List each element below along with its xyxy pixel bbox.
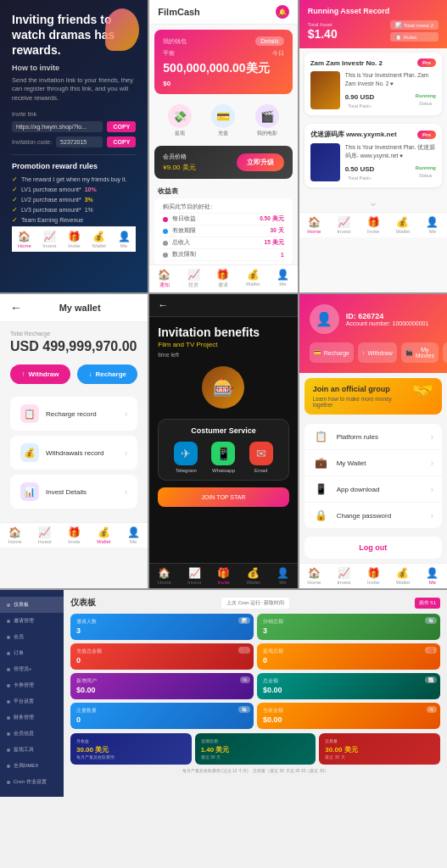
buy-label-3: 总收入: [172, 239, 190, 247]
admin-dashboard-title: 仪表板: [70, 597, 96, 609]
how-to-invite: How to invite: [12, 64, 136, 72]
join-official-group-box[interactable]: 🤝 Join an official group Learn how to ma…: [305, 378, 442, 415]
nav6-me[interactable]: 👤 Me: [426, 567, 439, 585]
withdrawals-record-item[interactable]: 💰 Withdrawals record ›: [10, 436, 137, 470]
nav2-home[interactable]: 🏠 通知: [158, 269, 170, 289]
recharge-action-btn[interactable]: 💳 Recharge: [310, 342, 354, 363]
details-button[interactable]: Details: [255, 36, 283, 46]
telegram-service[interactable]: ✈ Telegram: [174, 442, 198, 473]
total-invest-button[interactable]: 📊 Total invest 2: [390, 20, 439, 30]
email-service[interactable]: ✉ Email: [249, 442, 273, 473]
wallet-icon-2: 💰: [247, 269, 260, 281]
invest-icon-3: 📈: [338, 216, 350, 228]
sidebar-platform[interactable]: 平台设置: [0, 693, 64, 709]
sidebar-order[interactable]: 订单: [0, 645, 64, 661]
nav-invite[interactable]: 🎁 Invite: [68, 231, 81, 248]
back-button[interactable]: ←: [10, 301, 22, 314]
sidebar-cron[interactable]: Cron 作业设置: [0, 774, 64, 790]
benefits-back-button[interactable]: ←: [158, 299, 168, 311]
sidebar-dmex[interactable]: 全局DMEX: [0, 758, 64, 774]
nav3-home[interactable]: 🏠 Home: [307, 216, 321, 234]
sidebar-withdraw-tool[interactable]: 提现工具: [0, 742, 64, 758]
wallet-icon-4: 💰: [98, 526, 110, 538]
support-action-btn[interactable]: 💬 Support: [443, 342, 447, 363]
nav2-invite[interactable]: 🎁 邀请: [216, 269, 229, 289]
change-password-item[interactable]: 🔒 Change password ›: [305, 503, 442, 528]
nav3-invite[interactable]: 🎁 Invite: [367, 216, 380, 234]
nav4-home[interactable]: 🏠 Home: [8, 526, 22, 544]
upgrade-button[interactable]: 立即升级: [237, 153, 284, 171]
sidebar-member-info[interactable]: 会员信息: [0, 726, 64, 742]
my-wallet-menu-item[interactable]: 💼 My Wallet ›: [305, 450, 442, 476]
card-withdraw-total: 提现总额 0 🚫: [257, 643, 440, 670]
my-movies-action-btn[interactable]: 🎬 My Movies: [401, 342, 439, 363]
arrow-icon-1: ›: [125, 409, 127, 419]
admin-dashboard-panel: 仪表板 邀请管理 会员 订单 管理员+ 卡券管理 平台设置 财务管理: [0, 590, 447, 797]
footer-card-2: 近期交易 1.40 美元 最近 30 天: [195, 733, 316, 765]
withdraw-icon: ↑: [22, 370, 25, 378]
nav-invest[interactable]: 📈 Invest: [42, 231, 56, 248]
nav5-wallet[interactable]: 💰 Wallet: [246, 567, 260, 585]
nav3-wallet[interactable]: 💰 Wallet: [396, 216, 410, 234]
invite-icon-3: 🎁: [367, 216, 380, 228]
nav5-invite[interactable]: 🎁 Invite: [217, 567, 230, 585]
nav4-wallet[interactable]: 💰 Wallet: [97, 526, 110, 544]
telegram-icon: ✈: [174, 442, 198, 465]
notification-bell[interactable]: 🔔: [276, 5, 289, 19]
app-download-item[interactable]: 📱 App download ›: [305, 476, 442, 503]
invest-details-item[interactable]: 📊 Invest Details ›: [10, 475, 137, 509]
nav4-invest[interactable]: 📈 Invest: [38, 526, 52, 544]
logout-button[interactable]: Log out: [305, 537, 442, 559]
withdraw-action-btn[interactable]: ↑ Withdraw: [358, 342, 397, 363]
card-badge-8: %: [427, 706, 437, 713]
nav6-wallet[interactable]: 💰 Wallet: [396, 567, 410, 585]
nav6-invest[interactable]: 📈 Invest: [337, 567, 350, 585]
nav5-me[interactable]: 👤 Me: [277, 567, 289, 585]
nav6-invite[interactable]: 🎁 Invite: [367, 567, 380, 585]
asset-header: Running Asset Record Total Asset $1.40 📊…: [299, 0, 447, 48]
profile-header: 👤 ID: 626724 Account number: 10000000001…: [299, 294, 447, 373]
nav-wallet[interactable]: 💰 Wallet: [92, 231, 106, 248]
member-label: 会员价格: [163, 153, 195, 161]
expand-icon[interactable]: ⌄: [368, 195, 378, 209]
asset-record-panel: Running Asset Record Total Asset $1.40 📊…: [299, 0, 447, 292]
sidebar-admin[interactable]: 管理员+: [0, 661, 64, 677]
nav2-me[interactable]: 👤 Me: [277, 269, 289, 289]
card2-info: This is Your Investment Plan. 优迷源码库- www…: [345, 143, 436, 181]
whatsapp-service[interactable]: 📱 Whatsapp: [211, 442, 235, 473]
withdraw-button[interactable]: ↑ Withdraw: [10, 364, 70, 384]
profile-icon-4: 👤: [127, 526, 140, 538]
home-icon-5: 🏠: [158, 567, 170, 579]
my-movies-icon-item[interactable]: 🎬 我的电影: [255, 104, 279, 137]
nav-me[interactable]: 👤 Me: [118, 231, 131, 248]
nav2-invest[interactable]: 📈 投资: [187, 269, 200, 289]
nav4-me[interactable]: 👤 Me: [127, 526, 140, 544]
nav-home[interactable]: 🏠 Home: [18, 231, 31, 248]
total-asset-label: Total Asset: [308, 22, 338, 27]
nav3-me[interactable]: 👤 Me: [426, 216, 439, 234]
sidebar-dashboard[interactable]: 仪表板: [0, 597, 64, 613]
nav6-home[interactable]: 🏠 Home: [307, 567, 321, 585]
sidebar-member[interactable]: 会员: [0, 629, 64, 645]
benefits-timer: time left: [158, 352, 288, 358]
nav5-invest[interactable]: 📈 Invest: [187, 567, 201, 585]
sidebar-invite[interactable]: 邀请管理: [0, 613, 64, 629]
member-card: 会员价格 ¥9.00 美元 立即升级: [154, 146, 292, 179]
wallet-today-label: 今日: [272, 49, 284, 58]
withdraw-icon-item[interactable]: 💸 提现: [168, 104, 192, 137]
nav4-invite[interactable]: 🎁 Invite: [68, 526, 81, 544]
recharge-icon-item[interactable]: 💳 充值: [211, 104, 235, 137]
sidebar-finance[interactable]: 财务管理: [0, 709, 64, 726]
copy-link-button[interactable]: COPY: [107, 121, 136, 132]
rules-button[interactable]: 📋 Rules: [390, 32, 439, 42]
admin-date-button[interactable]: 上次 Cron 运行: 获取时间: [221, 598, 289, 609]
sidebar-cards[interactable]: 卡券管理: [0, 677, 64, 693]
platform-rules-item[interactable]: 📋 Platform rules ›: [305, 424, 442, 450]
nav3-invest[interactable]: 📈 Invest: [337, 216, 350, 234]
nav5-home[interactable]: 🏠 Home: [158, 567, 171, 585]
nav2-wallet[interactable]: 💰 Wallet: [246, 269, 260, 289]
dot-gray-1: [163, 241, 168, 246]
recharge-button[interactable]: ↓ Recharge: [77, 364, 137, 384]
recharge-record-item[interactable]: 📋 Recharge record ›: [10, 397, 137, 431]
copy-code-button[interactable]: COPY: [107, 136, 136, 147]
